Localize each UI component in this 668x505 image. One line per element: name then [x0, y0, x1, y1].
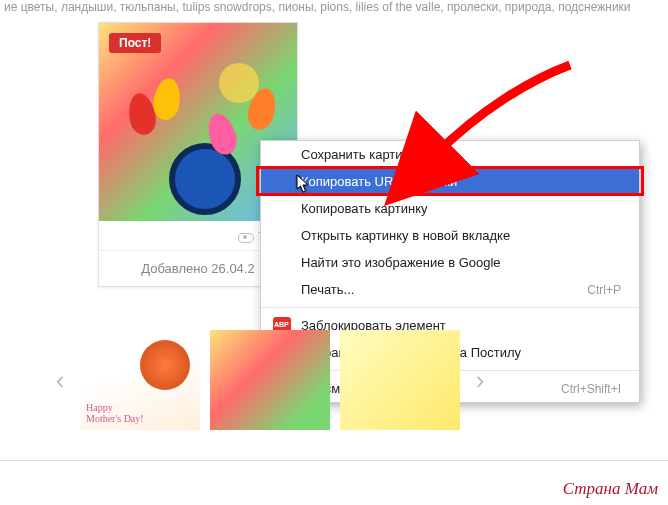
- footer-divider: [0, 460, 668, 461]
- eye-icon: [238, 233, 254, 243]
- ctx-search-google[interactable]: Найти это изображение в Google: [261, 249, 639, 276]
- watermark: Страна Мам: [563, 479, 658, 499]
- ctx-print[interactable]: Печать... Ctrl+P: [261, 276, 639, 303]
- post-badge: Пост!: [109, 33, 161, 53]
- thumbnail-caption: HappyMother's Day!: [86, 402, 144, 424]
- thumbs-next-button[interactable]: ›: [470, 365, 490, 395]
- thumbnail[interactable]: [340, 330, 460, 430]
- ctx-save-image-as[interactable]: Сохранить картинку как...: [261, 141, 639, 168]
- thumbnail-row: ‹ HappyMother's Day! ›: [50, 320, 610, 440]
- thumbs-prev-button[interactable]: ‹: [50, 365, 70, 395]
- ctx-copy-image-url[interactable]: Копировать URL картинки: [261, 168, 639, 195]
- ctx-copy-image[interactable]: Копировать картинку: [261, 195, 639, 222]
- ctx-print-shortcut: Ctrl+P: [587, 283, 621, 297]
- thumbnail[interactable]: [210, 330, 330, 430]
- thumbnail[interactable]: HappyMother's Day!: [80, 330, 200, 430]
- ctx-separator: [261, 307, 639, 308]
- ctx-open-image-new-tab[interactable]: Открыть картинку в новой вкладке: [261, 222, 639, 249]
- tags-line: ие цветы, ландыши, тюльпаны, tulips snow…: [0, 0, 635, 14]
